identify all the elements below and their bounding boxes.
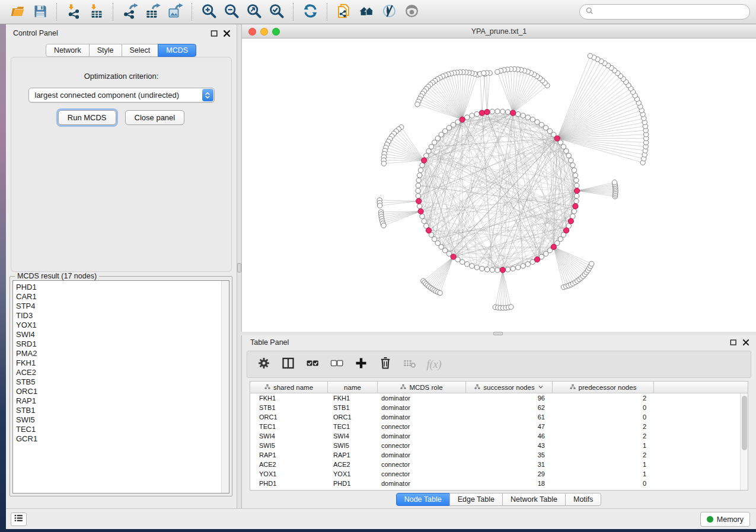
- optimization-criterion-select[interactable]: largest connected component (undirected): [28, 88, 215, 102]
- table-row[interactable]: ORC1ORC1dominator610: [250, 412, 748, 422]
- save-session-button[interactable]: [28, 2, 51, 22]
- export-image-button[interactable]: [164, 2, 186, 22]
- delete-table-button[interactable]: [401, 356, 418, 373]
- result-list-scrollbar[interactable]: [221, 281, 229, 493]
- zoom-selected-button[interactable]: [265, 2, 288, 22]
- mcds-result-item[interactable]: ORC1: [13, 387, 229, 396]
- vertical-splitter[interactable]: [237, 24, 241, 508]
- cell-mcds_role: dominator: [378, 403, 466, 412]
- close-panel-icon[interactable]: [222, 29, 231, 38]
- close-window-light[interactable]: [248, 28, 256, 36]
- zoom-out-icon: [224, 3, 240, 21]
- zoom-window-light[interactable]: [272, 28, 280, 36]
- mcds-result-item[interactable]: ACE2: [13, 368, 229, 377]
- table-float-icon[interactable]: [729, 338, 738, 347]
- column-header-shared-name[interactable]: shared name: [250, 382, 328, 393]
- mcds-result-item[interactable]: SWI4: [13, 330, 229, 339]
- home-button[interactable]: [355, 2, 378, 22]
- column-header-name[interactable]: name: [328, 382, 378, 393]
- select-all-columns-button[interactable]: [304, 356, 321, 373]
- float-panel-icon[interactable]: [210, 29, 219, 38]
- cell-mcds_role: connector: [378, 460, 466, 469]
- mcds-result-item[interactable]: CAR1: [13, 292, 229, 302]
- mcds-result-item[interactable]: STB5: [13, 377, 229, 387]
- network-from-document-button[interactable]: [333, 2, 355, 22]
- visual-properties-icon: [381, 3, 397, 21]
- refresh-button[interactable]: [299, 2, 321, 22]
- tab-style[interactable]: Style: [89, 44, 122, 57]
- table-row[interactable]: PHD1PHD1dominator180: [250, 479, 748, 488]
- open-session-button[interactable]: [6, 2, 28, 22]
- function-builder-button[interactable]: f(x): [426, 356, 442, 373]
- tab-motifs[interactable]: Motifs: [565, 493, 601, 506]
- table-row[interactable]: YOX1YOX1connector291: [250, 469, 748, 479]
- task-history-button[interactable]: [11, 512, 27, 526]
- import-network-icon: [66, 3, 82, 21]
- mcds-result-item[interactable]: PHD1: [13, 283, 229, 292]
- column-type-icon: [400, 384, 406, 391]
- search-input[interactable]: [598, 7, 744, 17]
- run-mcds-button[interactable]: Run MCDS: [58, 110, 116, 125]
- mcds-result-item[interactable]: FKH1: [13, 358, 229, 368]
- mcds-result-item[interactable]: SWI5: [13, 415, 229, 425]
- table-row[interactable]: SWI5SWI5connector431: [250, 441, 748, 450]
- column-header-MCDS-role[interactable]: MCDS role: [378, 382, 466, 393]
- mcds-result-item[interactable]: GCR1: [13, 434, 229, 444]
- tab-select[interactable]: Select: [122, 44, 159, 57]
- add-column-button[interactable]: [353, 356, 369, 373]
- search-field[interactable]: [579, 4, 750, 20]
- export-table-button[interactable]: [141, 2, 164, 22]
- network-canvas[interactable]: [242, 39, 756, 332]
- tab-node-table[interactable]: Node Table: [396, 493, 450, 506]
- export-network-button[interactable]: [119, 2, 141, 22]
- refresh-icon: [302, 3, 318, 21]
- zoom-out-button[interactable]: [220, 2, 243, 22]
- table-row[interactable]: FKH1FKH1dominator962: [250, 393, 748, 403]
- vertical-splitter-handle[interactable]: [237, 263, 241, 273]
- tab-edge-table[interactable]: Edge Table: [449, 493, 503, 506]
- tab-mcds[interactable]: MCDS: [158, 44, 196, 57]
- mcds-result-item[interactable]: YOX1: [13, 321, 229, 330]
- show-hide-button[interactable]: [400, 2, 423, 22]
- zoom-fit-button[interactable]: [243, 2, 265, 22]
- column-header-predecessor-nodes[interactable]: predecessor nodes: [553, 382, 654, 393]
- table-row[interactable]: SWI4SWI4dominator462: [250, 431, 748, 441]
- mcds-result-list[interactable]: PHD1CAR1STP4TID3YOX1SWI4SRD1PMA2FKH1ACE2…: [12, 280, 229, 493]
- deselect-all-columns-button[interactable]: [328, 356, 345, 373]
- table-row[interactable]: RAP1RAP1dominator352: [250, 450, 748, 460]
- network-titlebar[interactable]: YPA_prune.txt_1: [242, 24, 756, 39]
- mcds-result-title: MCDS result (17 nodes): [15, 272, 99, 280]
- mcds-result-item[interactable]: TID3: [13, 311, 229, 321]
- table-row[interactable]: TEC1TEC1connector472: [250, 422, 748, 431]
- mcds-result-item[interactable]: STB1: [13, 406, 229, 415]
- cell-predecessor_nodes: 1: [553, 469, 654, 479]
- cell-shared_name: STB1: [250, 403, 328, 412]
- sort-desc-icon: [538, 384, 544, 391]
- mcds-result-item[interactable]: STP4: [13, 302, 229, 311]
- close-panel-button[interactable]: Close panel: [125, 110, 185, 125]
- zoom-in-button[interactable]: [197, 2, 220, 22]
- cell-name: RAP1: [328, 450, 378, 460]
- import-network-button[interactable]: [62, 2, 85, 22]
- table-row[interactable]: ACE2ACE2connector311: [250, 460, 748, 469]
- table-close-icon[interactable]: [742, 338, 751, 347]
- table-scrollbar-thumb[interactable]: [742, 396, 747, 450]
- mcds-result-item[interactable]: SRD1: [13, 339, 229, 349]
- delete-column-button[interactable]: [377, 356, 394, 373]
- tab-network[interactable]: Network: [46, 44, 90, 57]
- tab-network-table[interactable]: Network Table: [502, 493, 566, 506]
- table-row[interactable]: STB1STB1dominator620: [250, 403, 748, 412]
- table-settings-button[interactable]: [256, 356, 272, 373]
- minimize-window-light[interactable]: [260, 28, 268, 36]
- visual-properties-button[interactable]: [378, 2, 400, 22]
- mcds-result-item[interactable]: TEC1: [13, 425, 229, 434]
- memory-button[interactable]: Memory: [700, 512, 750, 527]
- column-layout-button[interactable]: [280, 356, 296, 373]
- mcds-result-item[interactable]: RAP1: [13, 396, 229, 406]
- cell-shared_name: ORC1: [250, 412, 328, 422]
- column-header-successor-nodes[interactable]: successor nodes: [466, 382, 553, 393]
- import-table-button[interactable]: [85, 2, 107, 22]
- search-icon: [585, 7, 594, 18]
- mcds-result-item[interactable]: PMA2: [13, 349, 229, 358]
- table-scrollbar[interactable]: [740, 393, 748, 490]
